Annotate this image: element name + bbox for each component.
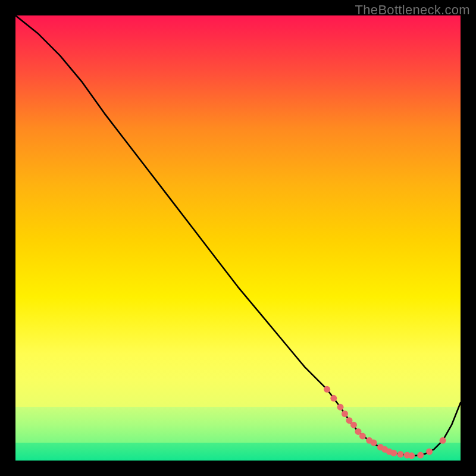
plot-area xyxy=(15,15,461,461)
sample-point xyxy=(371,440,377,446)
sample-point xyxy=(417,452,424,459)
chart-frame: TheBottleneck.com xyxy=(0,0,476,476)
sample-point xyxy=(342,411,348,417)
sample-point xyxy=(408,452,415,459)
sample-point xyxy=(350,422,357,428)
sample-point xyxy=(330,395,337,402)
bottleneck-curve xyxy=(15,15,461,456)
curve-layer xyxy=(15,15,461,461)
sample-point xyxy=(397,451,404,458)
sample-point xyxy=(390,450,397,456)
sample-point xyxy=(324,386,330,393)
sample-point xyxy=(426,449,433,455)
watermark-text: TheBottleneck.com xyxy=(355,2,470,18)
sample-point xyxy=(359,433,366,439)
sample-point xyxy=(337,404,344,411)
sample-point xyxy=(440,437,446,444)
